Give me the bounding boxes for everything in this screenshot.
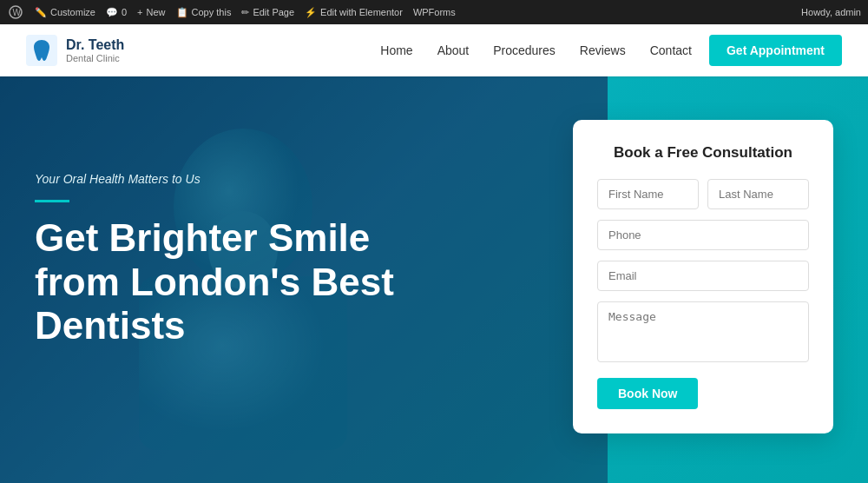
site-header: Dr. Teeth Dental Clinic Home About Proce…: [0, 24, 868, 76]
form-phone-row: [597, 220, 809, 250]
book-now-button[interactable]: Book Now: [597, 378, 698, 409]
logo[interactable]: Dr. Teeth Dental Clinic: [26, 35, 124, 66]
new-button[interactable]: + New: [137, 7, 165, 17]
phone-input[interactable]: [597, 220, 809, 250]
consultation-form: Book a Free Consultation Book Now: [573, 120, 833, 433]
hero-tagline: Your Oral Health Matters to Us: [35, 172, 556, 186]
get-appointment-button[interactable]: Get Appointment: [709, 35, 842, 66]
form-title: Book a Free Consultation: [597, 144, 809, 162]
admin-bar: W ✏️ Customize 💬 0 + New 📋 Copy this ✏ E…: [0, 0, 868, 24]
main-nav: Home About Procedures Reviews Contact: [380, 43, 692, 57]
first-name-input[interactable]: [597, 179, 699, 209]
hero-content: Your Oral Health Matters to Us Get Brigh…: [0, 76, 868, 483]
hero-left: Your Oral Health Matters to Us Get Brigh…: [35, 120, 573, 348]
nav-about[interactable]: About: [437, 43, 470, 57]
hero-title: Get Brighter Smile from London's Best De…: [35, 216, 556, 348]
copy-button[interactable]: 📋 Copy this: [176, 7, 232, 18]
svg-text:W: W: [13, 8, 22, 17]
logo-text: Dr. Teeth Dental Clinic: [66, 37, 124, 63]
comments-button[interactable]: 💬 0: [106, 7, 127, 18]
howdy-text: Howdy, admin: [801, 7, 861, 17]
customize-button[interactable]: ✏️ Customize: [35, 7, 95, 18]
logo-icon: [26, 35, 57, 66]
wpforms-button[interactable]: WPForms: [413, 7, 456, 17]
message-textarea[interactable]: [597, 301, 809, 362]
email-input[interactable]: [597, 261, 809, 291]
form-name-row: [597, 179, 809, 209]
form-email-row: [597, 261, 809, 291]
nav-reviews[interactable]: Reviews: [580, 43, 626, 57]
wp-logo[interactable]: W: [7, 3, 24, 21]
edit-elementor-button[interactable]: ⚡ Edit with Elementor: [305, 7, 403, 18]
nav-home[interactable]: Home: [380, 43, 412, 57]
hero-divider: [35, 200, 69, 202]
nav-procedures[interactable]: Procedures: [493, 43, 556, 57]
last-name-input[interactable]: [707, 179, 809, 209]
nav-contact[interactable]: Contact: [650, 43, 692, 57]
edit-page-button[interactable]: ✏ Edit Page: [241, 7, 294, 18]
hero-section: Your Oral Health Matters to Us Get Brigh…: [0, 76, 868, 483]
